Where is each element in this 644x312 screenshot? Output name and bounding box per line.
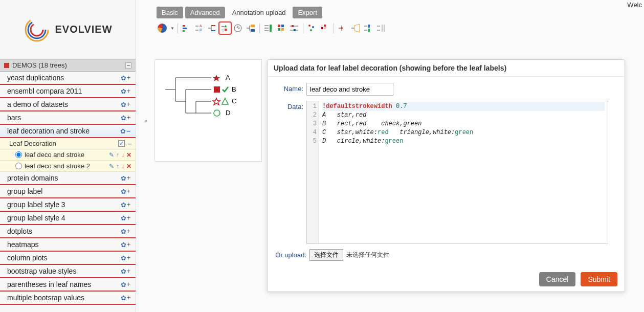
sidebar-item[interactable]: multiple bootsrap values✿+ — [0, 292, 136, 305]
move-down-icon[interactable]: ↓ — [121, 151, 124, 159]
svg-point-37 — [308, 25, 310, 27]
internal-collapse-icon[interactable] — [350, 23, 361, 34]
file-status-text: 未选择任何文件 — [346, 251, 389, 259]
svg-marker-72 — [222, 98, 228, 104]
dataset-row[interactable]: leaf deco and stroke 2✎↑↓✕ — [0, 161, 136, 172]
protein-domain-icon[interactable] — [288, 23, 300, 34]
time-scale-icon[interactable] — [232, 23, 243, 34]
submit-button[interactable]: Submit — [581, 272, 617, 286]
gear-icon[interactable]: ✿+ — [121, 214, 130, 222]
sidebar-item-label: group label style 4 — [7, 214, 65, 222]
dataset-label: leaf deco and stroke 2 — [25, 162, 90, 170]
tree-canvas: A B C D — [154, 59, 262, 162]
gear-icon[interactable]: ✿+ — [121, 241, 130, 249]
tab-annotation[interactable]: Annotation upload — [227, 7, 291, 18]
leaf-background-icon[interactable] — [245, 23, 256, 34]
move-up-icon[interactable]: ↑ — [116, 151, 119, 159]
delete-icon[interactable]: ✕ — [126, 163, 131, 170]
sidebar-item[interactable]: protein domains✿+ — [0, 172, 136, 185]
gear-icon[interactable]: ✿+ — [121, 114, 130, 122]
gear-icon[interactable]: ✿+ — [121, 101, 130, 108]
gear-icon[interactable]: ✿– — [120, 127, 130, 135]
tab-bar: Basic Advanced Annotation upload Export — [153, 5, 644, 20]
branch-color-icon[interactable] — [207, 23, 218, 34]
svg-text:B: B — [232, 85, 236, 93]
sidebar-item[interactable]: a demo of datasets✿+ — [0, 98, 136, 112]
svg-rect-3 — [183, 25, 185, 27]
edit-icon[interactable]: ✎ — [109, 151, 114, 159]
collapse-icon[interactable]: – — [125, 62, 131, 69]
bootstrap-icon[interactable] — [337, 23, 348, 34]
sidebar-header-label: DEMOS (18 trees) — [12, 61, 67, 69]
sidebar-item[interactable]: group label✿+ — [0, 185, 136, 198]
sidebar-item[interactable]: leaf decoration and stroke✿– — [0, 125, 136, 138]
leaf-decoration-icon[interactable] — [219, 23, 231, 34]
heatmap-icon[interactable] — [319, 23, 330, 34]
gear-icon[interactable]: ✿+ — [121, 281, 130, 288]
sidebar-item[interactable]: column plots✿+ — [0, 252, 136, 265]
sidebar-item[interactable]: heatmaps✿+ — [0, 238, 136, 252]
column-plot-icon[interactable] — [363, 23, 374, 34]
svg-rect-41 — [324, 25, 326, 27]
project-color-icon — [4, 63, 9, 68]
svg-rect-32 — [281, 28, 284, 31]
sidebar-item-label: column plots — [7, 254, 48, 262]
gear-icon[interactable]: ✿+ — [121, 201, 130, 209]
dataset-row[interactable]: leaf deco and stroke✎↑↓✕ — [0, 149, 136, 161]
choose-file-button[interactable]: 选择文件 — [309, 249, 343, 261]
move-down-icon[interactable]: ↓ — [121, 163, 124, 170]
named-column-icon[interactable] — [375, 23, 387, 34]
cancel-button[interactable]: Cancel — [539, 272, 576, 286]
gear-icon[interactable]: ✿+ — [121, 228, 130, 235]
sidebar-item-label: group label — [7, 187, 42, 195]
label-color-icon[interactable]: AB — [194, 23, 205, 34]
dataset-radio[interactable] — [15, 151, 22, 158]
sidebar-item[interactable]: bars✿+ — [0, 112, 136, 125]
sidebar-item[interactable]: group label style 4✿+ — [0, 212, 136, 225]
name-input[interactable] — [306, 83, 393, 96]
collapse-icon[interactable]: – — [128, 140, 131, 147]
gear-icon[interactable]: ✿+ — [121, 188, 130, 195]
sidebar-item-label: ensembl compara 2011 — [7, 87, 82, 95]
gear-icon[interactable]: ✿+ — [121, 294, 130, 302]
piechart-icon[interactable] — [157, 23, 168, 34]
gear-icon[interactable]: ✿+ — [121, 174, 130, 182]
edit-icon[interactable]: ✎ — [109, 163, 114, 170]
sidebar-item-label: parentheses in leaf names — [7, 280, 91, 288]
tab-basic[interactable]: Basic — [157, 7, 183, 18]
sidebar-item[interactable]: yeast duplications✿+ — [0, 72, 136, 85]
dataset-group-header[interactable]: Leaf Decoration✓– — [0, 138, 136, 149]
svg-rect-51 — [368, 25, 370, 28]
code-content[interactable]: !defaultstrokewidth 0.7A star,redB rect,… — [319, 101, 608, 243]
dropdown-icon[interactable]: ▼ — [170, 26, 174, 31]
delete-icon[interactable]: ✕ — [126, 151, 131, 159]
dotplot-icon[interactable] — [306, 23, 318, 34]
barchart-icon[interactable] — [181, 23, 192, 34]
sidebar-item[interactable]: group label style 3✿+ — [0, 198, 136, 212]
checkbox-icon[interactable]: ✓ — [118, 140, 125, 147]
color-strips-icon[interactable] — [276, 23, 287, 34]
tab-export[interactable]: Export — [293, 7, 322, 18]
gear-icon[interactable]: ✿+ — [121, 254, 130, 262]
sidebar-item[interactable]: bootstrap value styles✿+ — [0, 265, 136, 278]
group-label-icon[interactable] — [263, 23, 274, 34]
sidebar-item[interactable]: dotplots✿+ — [0, 225, 136, 238]
sidebar-item-label: group label style 3 — [7, 200, 65, 209]
gear-icon[interactable]: ✿+ — [121, 74, 130, 82]
toolbar: ▼ AB — [153, 20, 644, 36]
data-editor[interactable]: 12345 !defaultstrokewidth 0.7A star,redB… — [306, 101, 608, 244]
sidebar-item[interactable]: parentheses in leaf names✿+ — [0, 278, 136, 292]
sidebar-item[interactable]: ensembl compara 2011✿+ — [0, 85, 136, 98]
move-up-icon[interactable]: ↑ — [116, 163, 119, 170]
sidebar-collapse-handle[interactable]: « — [144, 118, 147, 124]
gear-icon[interactable]: ✿+ — [121, 268, 130, 275]
tab-advanced[interactable]: Advanced — [185, 7, 225, 18]
svg-marker-15 — [224, 25, 227, 28]
gear-icon[interactable]: ✿+ — [121, 87, 130, 95]
data-label: Data: — [275, 101, 306, 110]
line-gutter: 12345 — [307, 101, 319, 243]
svg-text:A: A — [226, 74, 230, 81]
dataset-radio[interactable] — [15, 163, 22, 169]
sidebar-header[interactable]: DEMOS (18 trees) – — [0, 59, 136, 72]
svg-rect-30 — [281, 25, 284, 27]
